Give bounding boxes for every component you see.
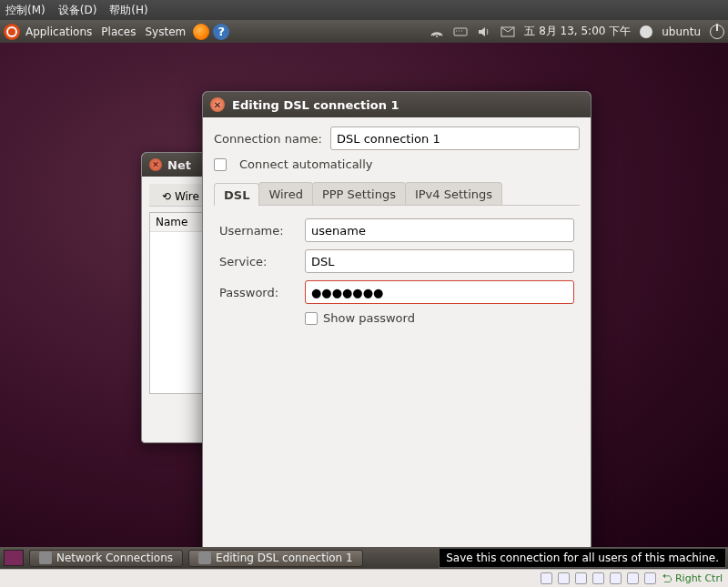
connection-name-input[interactable]	[330, 127, 580, 150]
ubuntu-logo-icon[interactable]	[4, 24, 20, 40]
tab-dsl-panel: Username: Service: Password: Show passwo…	[214, 206, 580, 330]
password-input[interactable]	[305, 280, 574, 304]
window-icon	[39, 552, 52, 564]
svg-point-0	[436, 35, 438, 37]
username-label: Username:	[219, 224, 298, 238]
vb-mouse-icon[interactable]	[644, 572, 656, 584]
tooltip: Save this connection for all users of th…	[439, 548, 726, 568]
vb-cd-icon[interactable]	[558, 572, 570, 584]
desktop: ✕ Net ⟲ Wire Name ✕ Editing DSL connecti…	[0, 43, 728, 552]
task-label: Network Connections	[56, 552, 173, 564]
service-label: Service:	[219, 255, 298, 268]
vb-host-key: ⮌Right Ctrl	[662, 572, 723, 585]
vb-net-icon[interactable]	[575, 572, 587, 584]
connect-automatically-label: Connect automatically	[239, 157, 373, 171]
vm-menu-device[interactable]: 设备(D)	[58, 3, 97, 18]
svg-rect-1	[454, 28, 467, 35]
vb-hdd-icon[interactable]	[541, 572, 552, 584]
connect-automatically-checkbox[interactable]	[214, 158, 227, 171]
tab-ppp-settings[interactable]: PPP Settings	[312, 182, 406, 205]
menu-applications[interactable]: Applications	[25, 25, 92, 38]
vm-menu-control[interactable]: 控制(M)	[5, 3, 46, 18]
edit-dsl-dialog: ✕ Editing DSL connection 1 Connection na…	[202, 91, 592, 587]
help-launcher-icon[interactable]: ?	[213, 24, 229, 40]
window-icon	[198, 552, 211, 564]
show-password-checkbox[interactable]	[305, 312, 318, 325]
nc-tab-wired[interactable]: ⟲ Wire	[155, 187, 207, 206]
task-label: Editing DSL connection 1	[216, 552, 353, 564]
username-label[interactable]: ubuntu	[662, 25, 701, 38]
menu-system[interactable]: System	[145, 25, 186, 38]
service-input[interactable]	[305, 249, 574, 273]
tab-dsl[interactable]: DSL	[214, 183, 259, 206]
dialog-titlebar[interactable]: ✕ Editing DSL connection 1	[203, 92, 591, 117]
close-icon[interactable]: ✕	[210, 97, 225, 112]
close-icon[interactable]: ✕	[149, 158, 162, 171]
nc-title: Net	[167, 158, 191, 172]
vm-host-menubar: 控制(M) 设备(D) 帮助(H)	[0, 0, 728, 20]
connection-name-label: Connection name:	[214, 132, 323, 146]
firefox-launcher-icon[interactable]	[193, 24, 209, 40]
keyboard-tray-icon[interactable]	[453, 25, 468, 39]
password-label: Password:	[219, 286, 298, 299]
username-input[interactable]	[305, 218, 574, 242]
vb-usb-icon[interactable]	[592, 572, 604, 584]
tab-ipv4-settings[interactable]: IPv4 Settings	[405, 182, 502, 205]
vb-display-icon[interactable]	[627, 572, 639, 584]
clock[interactable]: 五 8月 13, 5:00 下午	[524, 24, 631, 39]
show-desktop-button[interactable]	[4, 550, 24, 566]
user-tray-icon[interactable]	[640, 25, 652, 38]
show-password-label: Show password	[323, 311, 415, 325]
vm-menu-help[interactable]: 帮助(H)	[109, 3, 147, 18]
mail-tray-icon[interactable]	[500, 25, 515, 39]
volume-tray-icon[interactable]	[477, 25, 491, 39]
dialog-title: Editing DSL connection 1	[232, 98, 399, 112]
tab-wired[interactable]: Wired	[258, 182, 313, 205]
gnome-panel-top: Applications Places System ? 五 8月 13, 5:…	[0, 20, 728, 43]
virtualbox-status-bar: ⮌Right Ctrl	[0, 569, 728, 587]
network-tray-icon[interactable]	[430, 25, 444, 39]
dialog-tabs: DSL Wired PPP Settings IPv4 Settings	[214, 182, 580, 206]
task-editing-dsl[interactable]: Editing DSL connection 1	[188, 550, 363, 567]
task-network-connections[interactable]: Network Connections	[29, 550, 183, 567]
power-tray-icon[interactable]	[710, 25, 724, 39]
vb-shared-icon[interactable]	[610, 572, 622, 584]
menu-places[interactable]: Places	[101, 25, 136, 38]
